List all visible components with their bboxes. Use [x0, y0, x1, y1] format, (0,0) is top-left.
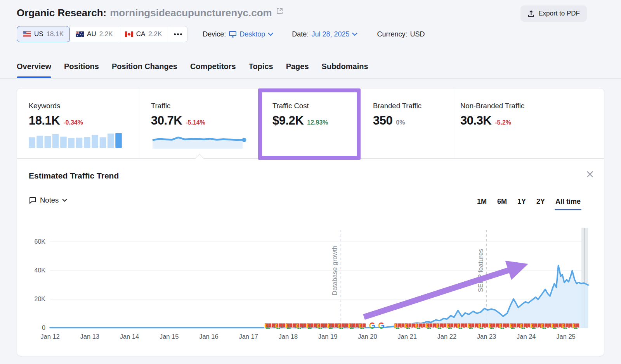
- metric-label: Non-Branded Traffic: [460, 102, 604, 110]
- currency-value: USD: [410, 30, 425, 38]
- external-link-icon[interactable]: [276, 7, 284, 17]
- filter-row: US 18.1K AU 2.2K CA 2.2K Device: Desktop: [17, 26, 425, 42]
- metric-value: 350: [373, 114, 392, 128]
- keywords-sparkline: [29, 132, 139, 149]
- notes-dropdown[interactable]: Notes: [29, 196, 67, 205]
- page-header: Organic Research: morningsideacupuncture…: [17, 7, 284, 19]
- date-label: Date:: [292, 30, 309, 38]
- export-icon: [527, 10, 535, 17]
- metric-delta: 12.93%: [307, 119, 328, 126]
- range-1m[interactable]: 1M: [477, 198, 487, 210]
- more-countries-button[interactable]: [168, 26, 188, 42]
- us-flag-icon: [23, 31, 31, 37]
- svg-text:Jan 16: Jan 16: [199, 333, 219, 340]
- svg-text:Jan 15: Jan 15: [160, 333, 179, 340]
- date-value[interactable]: Jul 28, 2025: [311, 30, 349, 38]
- page-title-domain: morningsideacupuncturenyc.com: [110, 7, 272, 19]
- range-all-time[interactable]: All time: [555, 198, 581, 210]
- svg-text:Jan 20: Jan 20: [358, 333, 377, 340]
- svg-text:Jan 14: Jan 14: [120, 333, 139, 340]
- country-tabs: US 18.1K AU 2.2K CA 2.2K: [17, 26, 188, 42]
- device-filter: Device: Desktop: [203, 30, 273, 38]
- nav-divider: [0, 78, 621, 79]
- page-title: Organic Research:: [17, 7, 106, 19]
- country-code: AU: [87, 30, 96, 38]
- device-label: Device:: [203, 30, 226, 38]
- svg-text:0: 0: [42, 324, 45, 331]
- metric-label: Keywords: [29, 102, 139, 110]
- traffic-trend-chart[interactable]: 020K40K60KJan 12Jan 13Jan 14Jan 15Jan 16…: [24, 224, 606, 342]
- note-bubble-icon: [29, 196, 36, 204]
- svg-text:20K: 20K: [35, 296, 46, 302]
- chevron-down-icon: [62, 199, 67, 202]
- svg-text:Jan 25: Jan 25: [556, 333, 576, 340]
- traffic-sparkline: [151, 132, 261, 151]
- metric-value: 18.1K: [29, 114, 60, 128]
- metric-value: $9.2K: [272, 114, 304, 128]
- ca-flag-icon: [125, 31, 133, 37]
- country-tab-ca[interactable]: CA 2.2K: [119, 26, 168, 42]
- trend-title: Estimated Traffic Trend: [29, 171, 119, 180]
- country-tab-au[interactable]: AU 2.2K: [69, 26, 119, 42]
- au-flag-icon: [76, 31, 84, 37]
- desktop-monitor-icon: [229, 30, 237, 38]
- tab-overview[interactable]: Overview: [17, 62, 51, 78]
- metric-label: Traffic Cost: [272, 102, 356, 110]
- nav-tabs: Overview Positions Position Changes Comp…: [17, 62, 368, 78]
- export-label: Export to PDF: [538, 10, 580, 17]
- metric-traffic-cost[interactable]: Traffic Cost $9.2K 12.93%: [261, 88, 356, 158]
- metrics-row: Keywords 18.1K -0.34% Traffic 30.7K -5.1…: [17, 88, 604, 158]
- svg-text:60K: 60K: [35, 238, 46, 245]
- country-value: 18.1K: [47, 30, 64, 38]
- metric-value: 30.7K: [151, 114, 182, 128]
- svg-text:Jan 23: Jan 23: [477, 333, 496, 340]
- metric-branded-traffic[interactable]: Branded Traffic 350 0%: [356, 88, 455, 158]
- range-1y[interactable]: 1Y: [517, 198, 526, 210]
- country-value: 2.2K: [148, 30, 162, 38]
- tab-topics[interactable]: Topics: [249, 62, 273, 78]
- ellipsis-icon: [174, 33, 182, 35]
- metric-traffic[interactable]: Traffic 30.7K -5.14%: [139, 88, 261, 158]
- metric-non-branded-traffic[interactable]: Non-Branded Traffic 30.3K -5.2%: [455, 88, 604, 158]
- notes-label: Notes: [40, 196, 59, 205]
- svg-text:Database growth: Database growth: [331, 246, 338, 296]
- svg-text:Jan 24: Jan 24: [517, 333, 536, 340]
- svg-text:Jan 18: Jan 18: [279, 333, 298, 340]
- country-value: 2.2K: [99, 30, 113, 38]
- country-tab-us[interactable]: US 18.1K: [17, 26, 70, 42]
- svg-text:Jan 21: Jan 21: [397, 333, 417, 340]
- svg-text:Jan 22: Jan 22: [437, 333, 457, 340]
- close-icon[interactable]: [586, 170, 594, 178]
- metric-delta: -5.2%: [495, 119, 511, 126]
- overview-card: Keywords 18.1K -0.34% Traffic 30.7K -5.1…: [17, 88, 604, 356]
- svg-text:SERP features: SERP features: [477, 249, 484, 292]
- range-tabs: 1M 6M 1Y 2Y All time: [477, 198, 581, 210]
- metric-keywords[interactable]: Keywords 18.1K -0.34%: [17, 88, 139, 158]
- range-6m[interactable]: 6M: [497, 198, 507, 210]
- currency-filter: Currency: USD: [377, 30, 425, 38]
- tab-positions[interactable]: Positions: [64, 62, 99, 78]
- metric-value: 30.3K: [460, 114, 491, 128]
- svg-text:Jan 13: Jan 13: [80, 333, 99, 340]
- country-code: CA: [136, 30, 146, 38]
- estimated-traffic-trend-panel: Estimated Traffic Trend Notes 1M 6M 1Y 2…: [17, 158, 604, 356]
- svg-text:Jan 17: Jan 17: [239, 333, 258, 340]
- range-2y[interactable]: 2Y: [536, 198, 545, 210]
- tab-competitors[interactable]: Competitors: [190, 62, 236, 78]
- export-to-pdf-button[interactable]: Export to PDF: [520, 5, 587, 22]
- metric-delta: -0.34%: [63, 119, 83, 126]
- tab-position-changes[interactable]: Position Changes: [112, 62, 177, 78]
- tab-subdomains[interactable]: Subdomains: [322, 62, 368, 78]
- chevron-down-icon[interactable]: [352, 33, 357, 36]
- chevron-down-icon[interactable]: [268, 33, 273, 36]
- metric-label: Branded Traffic: [373, 102, 455, 110]
- svg-text:Jan 19: Jan 19: [318, 333, 338, 340]
- device-value[interactable]: Desktop: [239, 30, 265, 38]
- metric-delta: -5.14%: [186, 119, 205, 126]
- svg-text:40K: 40K: [35, 267, 46, 274]
- tab-pages[interactable]: Pages: [286, 62, 309, 78]
- metric-delta: 0%: [396, 119, 405, 126]
- date-filter: Date: Jul 28, 2025: [292, 30, 357, 38]
- metric-label: Traffic: [151, 102, 261, 110]
- svg-text:Jan 12: Jan 12: [40, 333, 60, 340]
